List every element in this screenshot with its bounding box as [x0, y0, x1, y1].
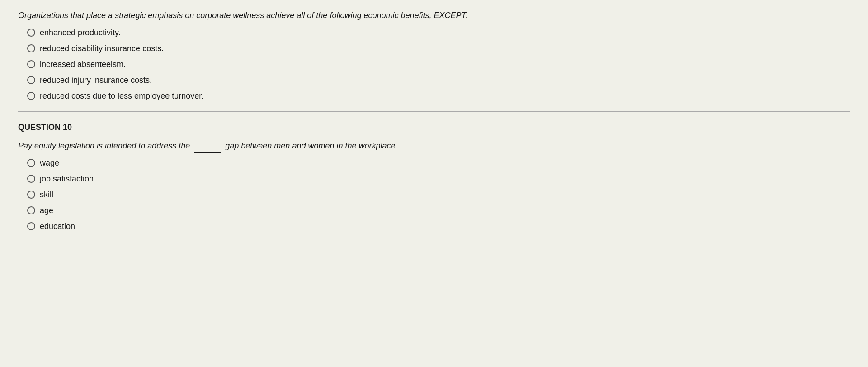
radio-icon[interactable]	[27, 60, 35, 68]
list-item[interactable]: reduced costs due to less employee turno…	[27, 90, 850, 102]
radio-icon[interactable]	[27, 206, 35, 214]
list-item[interactable]: wage	[27, 157, 850, 169]
question-9-intro: Organizations that place a strategic emp…	[18, 11, 468, 20]
option-label: age	[40, 205, 53, 217]
list-item[interactable]: reduced disability insurance costs.	[27, 43, 850, 55]
radio-icon[interactable]	[27, 76, 35, 84]
option-label: reduced injury insurance costs.	[40, 74, 152, 86]
list-item[interactable]: enhanced productivity.	[27, 27, 850, 39]
list-item[interactable]: increased absenteeism.	[27, 58, 850, 71]
question-10-number: QUESTION 10	[18, 123, 850, 132]
radio-icon[interactable]	[27, 44, 35, 52]
radio-icon[interactable]	[27, 29, 35, 37]
option-label: reduced disability insurance costs.	[40, 43, 164, 55]
question-10-text-after: gap between men and women in the workpla…	[225, 141, 397, 150]
option-label: skill	[40, 189, 53, 201]
question-9-text: Organizations that place a strategic emp…	[18, 9, 850, 22]
question-10-text: Pay equity legislation is intended to ad…	[18, 138, 850, 153]
option-label: increased absenteeism.	[40, 58, 126, 71]
question-9-options: enhanced productivity. reduced disabilit…	[18, 27, 850, 102]
question-10-block: QUESTION 10 Pay equity legislation is in…	[18, 123, 850, 233]
option-label: wage	[40, 157, 59, 169]
list-item[interactable]: job satisfaction	[27, 173, 850, 185]
list-item[interactable]: age	[27, 205, 850, 217]
option-label: education	[40, 220, 75, 233]
blank-field	[194, 138, 221, 153]
section-divider	[18, 111, 850, 112]
list-item[interactable]: skill	[27, 189, 850, 201]
question-10-text-before: Pay equity legislation is intended to ad…	[18, 141, 190, 150]
radio-icon[interactable]	[27, 175, 35, 183]
question-9-block: Organizations that place a strategic emp…	[18, 9, 850, 102]
radio-icon[interactable]	[27, 191, 35, 199]
radio-icon[interactable]	[27, 222, 35, 230]
option-label: reduced costs due to less employee turno…	[40, 90, 203, 102]
radio-icon[interactable]	[27, 159, 35, 167]
option-label: job satisfaction	[40, 173, 94, 185]
question-10-options: wage job satisfaction skill age educatio…	[18, 157, 850, 233]
option-label: enhanced productivity.	[40, 27, 121, 39]
radio-icon[interactable]	[27, 92, 35, 100]
list-item[interactable]: reduced injury insurance costs.	[27, 74, 850, 86]
list-item[interactable]: education	[27, 220, 850, 233]
